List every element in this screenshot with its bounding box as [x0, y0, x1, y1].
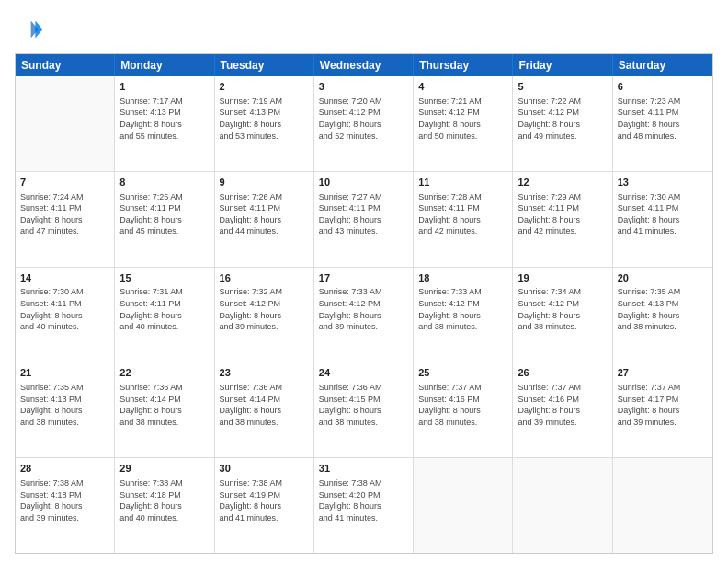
calendar-cell: 12Sunrise: 7:29 AM Sunset: 4:11 PM Dayli… [513, 172, 612, 267]
cell-info: Sunrise: 7:36 AM Sunset: 4:14 PM Dayligh… [220, 382, 309, 428]
calendar-cell: 27Sunrise: 7:37 AM Sunset: 4:17 PM Dayli… [613, 362, 712, 457]
cell-info: Sunrise: 7:25 AM Sunset: 4:11 PM Dayligh… [119, 191, 209, 237]
calendar-cell: 7Sunrise: 7:24 AM Sunset: 4:11 PM Daylig… [16, 172, 115, 267]
day-number: 31 [319, 462, 408, 476]
page-container: SundayMondayTuesdayWednesdayThursdayFrid… [0, 0, 728, 563]
day-number: 26 [518, 366, 607, 380]
calendar-cell: 6Sunrise: 7:23 AM Sunset: 4:11 PM Daylig… [613, 76, 712, 171]
calendar-row: 7Sunrise: 7:24 AM Sunset: 4:11 PM Daylig… [16, 172, 712, 268]
cell-info: Sunrise: 7:37 AM Sunset: 4:16 PM Dayligh… [418, 382, 507, 428]
cell-info: Sunrise: 7:32 AM Sunset: 4:12 PM Dayligh… [220, 286, 309, 332]
cell-info: Sunrise: 7:27 AM Sunset: 4:11 PM Dayligh… [319, 191, 408, 237]
cell-info: Sunrise: 7:30 AM Sunset: 4:11 PM Dayligh… [20, 286, 109, 332]
day-number: 8 [119, 176, 209, 190]
calendar-cell: 1Sunrise: 7:17 AM Sunset: 4:13 PM Daylig… [115, 76, 214, 171]
cell-info: Sunrise: 7:17 AM Sunset: 4:13 PM Dayligh… [119, 96, 209, 142]
calendar-cell: 16Sunrise: 7:32 AM Sunset: 4:12 PM Dayli… [215, 268, 314, 362]
cell-info: Sunrise: 7:33 AM Sunset: 4:12 PM Dayligh… [418, 286, 507, 332]
day-of-week-header: Monday [115, 54, 214, 76]
day-number: 18 [418, 271, 507, 285]
calendar-cell: 2Sunrise: 7:19 AM Sunset: 4:13 PM Daylig… [215, 76, 314, 171]
day-of-week-header: Friday [513, 54, 612, 76]
cell-info: Sunrise: 7:24 AM Sunset: 4:11 PM Dayligh… [20, 191, 109, 237]
calendar-cell: 20Sunrise: 7:35 AM Sunset: 4:13 PM Dayli… [613, 268, 712, 362]
cell-info: Sunrise: 7:38 AM Sunset: 4:20 PM Dayligh… [319, 477, 408, 523]
day-number: 14 [20, 271, 109, 285]
day-number: 28 [20, 462, 109, 476]
day-number: 2 [220, 80, 309, 94]
calendar-cell: 13Sunrise: 7:30 AM Sunset: 4:11 PM Dayli… [613, 172, 712, 267]
cell-info: Sunrise: 7:35 AM Sunset: 4:13 PM Dayligh… [20, 382, 109, 428]
day-number: 29 [119, 462, 209, 476]
calendar-cell: 8Sunrise: 7:25 AM Sunset: 4:11 PM Daylig… [115, 172, 214, 267]
calendar-body: 1Sunrise: 7:17 AM Sunset: 4:13 PM Daylig… [16, 76, 712, 553]
day-number: 13 [618, 176, 708, 190]
day-number: 21 [20, 366, 109, 380]
day-number: 22 [119, 366, 209, 380]
cell-info: Sunrise: 7:37 AM Sunset: 4:17 PM Dayligh… [618, 382, 708, 428]
calendar: SundayMondayTuesdayWednesdayThursdayFrid… [15, 53, 713, 554]
day-number: 27 [618, 366, 708, 380]
calendar-cell: 14Sunrise: 7:30 AM Sunset: 4:11 PM Dayli… [16, 268, 115, 362]
day-number: 5 [518, 80, 607, 94]
day-number: 16 [220, 271, 309, 285]
cell-info: Sunrise: 7:33 AM Sunset: 4:12 PM Dayligh… [319, 286, 408, 332]
day-number: 1 [119, 80, 209, 94]
calendar-cell: 11Sunrise: 7:28 AM Sunset: 4:11 PM Dayli… [414, 172, 513, 267]
day-number: 3 [319, 80, 408, 94]
day-of-week-header: Tuesday [215, 54, 314, 76]
calendar-cell [513, 458, 612, 553]
cell-info: Sunrise: 7:31 AM Sunset: 4:11 PM Dayligh… [119, 286, 209, 332]
day-number: 25 [418, 366, 507, 380]
calendar-cell: 30Sunrise: 7:38 AM Sunset: 4:19 PM Dayli… [215, 458, 314, 553]
day-number: 12 [518, 176, 607, 190]
calendar-cell: 26Sunrise: 7:37 AM Sunset: 4:16 PM Dayli… [513, 362, 612, 457]
logo-icon [15, 15, 44, 44]
calendar-cell: 18Sunrise: 7:33 AM Sunset: 4:12 PM Dayli… [414, 268, 513, 362]
day-number: 6 [618, 80, 708, 94]
calendar-cell: 25Sunrise: 7:37 AM Sunset: 4:16 PM Dayli… [414, 362, 513, 457]
day-number: 17 [319, 271, 408, 285]
calendar-cell: 3Sunrise: 7:20 AM Sunset: 4:12 PM Daylig… [314, 76, 414, 171]
cell-info: Sunrise: 7:23 AM Sunset: 4:11 PM Dayligh… [618, 96, 708, 142]
calendar-cell: 22Sunrise: 7:36 AM Sunset: 4:14 PM Dayli… [115, 362, 214, 457]
day-number: 10 [319, 176, 408, 190]
calendar-header: SundayMondayTuesdayWednesdayThursdayFrid… [16, 54, 712, 76]
cell-info: Sunrise: 7:36 AM Sunset: 4:14 PM Dayligh… [119, 382, 209, 428]
day-number: 9 [220, 176, 309, 190]
day-number: 30 [220, 462, 309, 476]
cell-info: Sunrise: 7:37 AM Sunset: 4:16 PM Dayligh… [518, 382, 607, 428]
cell-info: Sunrise: 7:38 AM Sunset: 4:19 PM Dayligh… [220, 477, 309, 523]
cell-info: Sunrise: 7:26 AM Sunset: 4:11 PM Dayligh… [220, 191, 309, 237]
day-of-week-header: Wednesday [314, 54, 414, 76]
calendar-cell: 28Sunrise: 7:38 AM Sunset: 4:18 PM Dayli… [16, 458, 115, 553]
cell-info: Sunrise: 7:30 AM Sunset: 4:11 PM Dayligh… [618, 191, 708, 237]
cell-info: Sunrise: 7:35 AM Sunset: 4:13 PM Dayligh… [618, 286, 708, 332]
cell-info: Sunrise: 7:20 AM Sunset: 4:12 PM Dayligh… [319, 96, 408, 142]
calendar-cell [414, 458, 513, 553]
calendar-row: 21Sunrise: 7:35 AM Sunset: 4:13 PM Dayli… [16, 362, 712, 458]
calendar-cell: 9Sunrise: 7:26 AM Sunset: 4:11 PM Daylig… [215, 172, 314, 267]
calendar-cell: 5Sunrise: 7:22 AM Sunset: 4:12 PM Daylig… [513, 76, 612, 171]
calendar-cell: 4Sunrise: 7:21 AM Sunset: 4:12 PM Daylig… [414, 76, 513, 171]
day-number: 4 [418, 80, 507, 94]
calendar-row: 14Sunrise: 7:30 AM Sunset: 4:11 PM Dayli… [16, 268, 712, 363]
day-number: 20 [618, 271, 708, 285]
cell-info: Sunrise: 7:19 AM Sunset: 4:13 PM Dayligh… [220, 96, 309, 142]
day-number: 15 [119, 271, 209, 285]
cell-info: Sunrise: 7:29 AM Sunset: 4:11 PM Dayligh… [518, 191, 607, 237]
day-of-week-header: Sunday [16, 54, 115, 76]
calendar-cell: 31Sunrise: 7:38 AM Sunset: 4:20 PM Dayli… [314, 458, 414, 553]
calendar-cell: 19Sunrise: 7:34 AM Sunset: 4:12 PM Dayli… [513, 268, 612, 362]
page-header [15, 15, 713, 44]
calendar-cell: 17Sunrise: 7:33 AM Sunset: 4:12 PM Dayli… [314, 268, 414, 362]
calendar-cell: 21Sunrise: 7:35 AM Sunset: 4:13 PM Dayli… [16, 362, 115, 457]
cell-info: Sunrise: 7:34 AM Sunset: 4:12 PM Dayligh… [518, 286, 607, 332]
day-of-week-header: Thursday [414, 54, 513, 76]
calendar-cell: 10Sunrise: 7:27 AM Sunset: 4:11 PM Dayli… [314, 172, 414, 267]
calendar-cell [613, 458, 712, 553]
calendar-cell [16, 76, 115, 171]
calendar-cell: 24Sunrise: 7:36 AM Sunset: 4:15 PM Dayli… [314, 362, 414, 457]
cell-info: Sunrise: 7:28 AM Sunset: 4:11 PM Dayligh… [418, 191, 507, 237]
day-number: 24 [319, 366, 408, 380]
